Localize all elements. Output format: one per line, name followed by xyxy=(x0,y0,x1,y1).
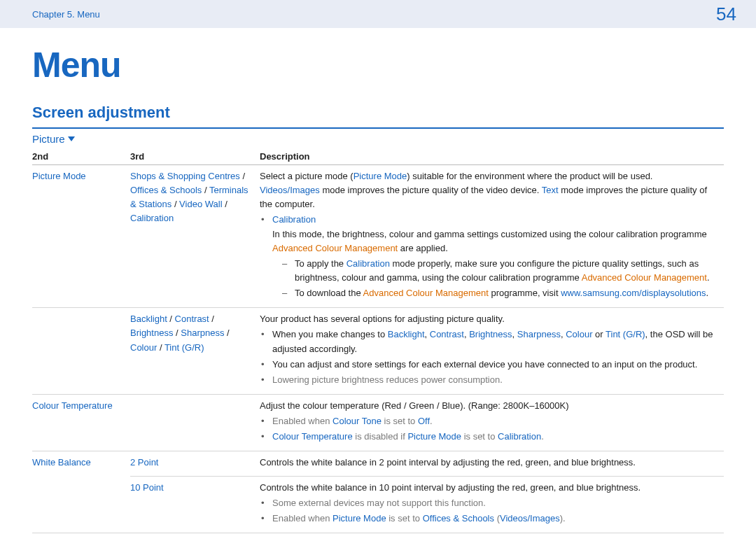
r2-bullet-3: Lowering picture brightness reduces powe… xyxy=(270,373,717,387)
page-title: Menu xyxy=(32,45,724,85)
download-link[interactable]: www.samsung.com/displaysolutions xyxy=(561,288,706,298)
calibration-note-1: To apply the Calibration mode properly, … xyxy=(292,257,717,285)
opt-shops: Shops & Shopping Centres xyxy=(130,171,240,181)
col-2nd: 2nd xyxy=(32,148,130,165)
row-backlight-group: Backlight / Contrast / Brightness / Shar… xyxy=(32,308,724,395)
r3-bullet-2: Colour Temperature is disabled if Pictur… xyxy=(270,430,717,444)
calibration-heading: Calibration xyxy=(272,214,316,225)
opt-10-point: 10 Point xyxy=(130,482,164,493)
opt-backlight: Backlight xyxy=(130,314,167,324)
tab-picture-label: Picture xyxy=(32,133,65,145)
page-content: Menu Screen adjustment Picture 2nd 3rd D… xyxy=(0,28,756,534)
row-white-balance-10pt: 10 Point Controls the white balance in 1… xyxy=(32,476,724,533)
desc-r3-p1: Adjust the colour temperature (Red / Gre… xyxy=(260,399,717,413)
opt-contrast: Contrast xyxy=(175,314,209,324)
desc-r4: Controls the white balance in 2 point in… xyxy=(260,451,724,476)
chapter-label: Chapter 5. Menu xyxy=(32,9,100,20)
settings-table: 2nd 3rd Description Picture Mode Shops &… xyxy=(32,148,724,533)
row-white-balance-2pt: White Balance 2 Point Controls the white… xyxy=(32,451,724,476)
row-picture-mode: Picture Mode Shops & Shopping Centres / … xyxy=(32,165,724,308)
opt-video-wall: Video Wall xyxy=(179,199,222,209)
r2-bullet-1: When you make changes to Backlight, Cont… xyxy=(270,328,717,356)
page-number: 54 xyxy=(716,3,736,25)
row-colour-temperature: Colour Temperature Adjust the colour tem… xyxy=(32,394,724,451)
calibration-body: In this mode, the brightness, colour and… xyxy=(272,227,717,255)
tab-picture[interactable]: Picture xyxy=(32,133,75,145)
opt-offices: Offices & Schools xyxy=(130,185,202,195)
opt-sharpness: Sharpness xyxy=(181,328,224,338)
opt-calibration: Calibration xyxy=(130,213,174,223)
col-3rd: 3rd xyxy=(130,148,260,165)
opt-tint: Tint (G/R) xyxy=(164,342,204,353)
col-description: Description xyxy=(260,148,724,165)
opt-colour: Colour xyxy=(130,342,157,353)
cell-colour-temperature: Colour Temperature xyxy=(32,400,113,411)
desc-r5-p1: Controls the white balance in 10 point i… xyxy=(260,481,717,495)
r2-bullet-2: You can adjust and store settings for ea… xyxy=(270,358,717,372)
cell-picture-mode: Picture Mode xyxy=(32,171,86,181)
desc-p1: Select a picture mode (Picture Mode) sui… xyxy=(260,169,717,183)
chevron-down-icon xyxy=(68,136,75,141)
cell-white-balance: White Balance xyxy=(32,457,91,468)
r5-bullet-1: Some external devices may not support th… xyxy=(270,496,717,510)
desc-r2-p1: Your product has several options for adj… xyxy=(260,312,717,326)
desc-p2: Videos/Images mode improves the picture … xyxy=(260,183,717,211)
r3-bullet-1: Enabled when Colour Tone is set to Off. xyxy=(270,414,717,428)
calibration-note-2: To download the Advanced Colour Manageme… xyxy=(292,286,717,300)
opt-brightness: Brightness xyxy=(130,328,173,338)
tab-row: Picture xyxy=(32,133,724,146)
r5-bullet-2: Enabled when Picture Mode is set to Offi… xyxy=(270,512,717,526)
calibration-item: Calibration In this mode, the brightness… xyxy=(270,213,717,300)
header-bar: Chapter 5. Menu 54 xyxy=(0,0,756,28)
section-rule xyxy=(32,127,724,129)
section-heading: Screen adjustment xyxy=(32,104,724,122)
opt-2-point: 2 Point xyxy=(130,457,158,468)
